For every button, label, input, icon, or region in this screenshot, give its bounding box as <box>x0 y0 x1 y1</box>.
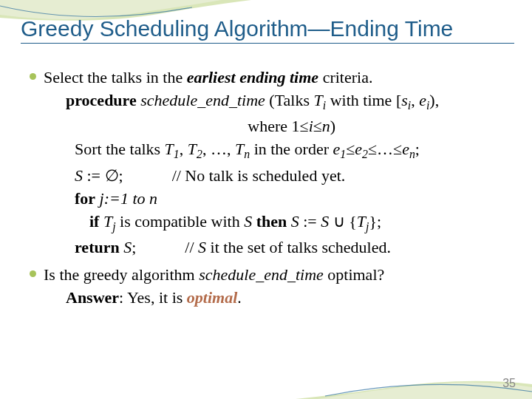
subscript: n <box>244 149 250 161</box>
var: T <box>188 140 197 158</box>
var: S <box>198 238 206 256</box>
text: ≤…≤ <box>368 140 402 158</box>
text: Select the talks in the <box>44 68 187 86</box>
text: ≤ <box>313 117 322 135</box>
var: e <box>355 140 362 158</box>
var: n <box>322 117 330 135</box>
comment: it the set of talks scheduled. <box>206 238 391 256</box>
comment: // <box>185 238 198 256</box>
text: optimal? <box>324 265 384 284</box>
text: with time [ <box>326 91 401 109</box>
text: , <box>180 140 188 158</box>
text: : Yes, it is <box>119 288 187 307</box>
bullet-icon <box>30 73 36 80</box>
keyword: return <box>75 238 120 256</box>
answer-label: Answer <box>66 288 119 307</box>
text: ) <box>330 117 335 135</box>
bullet-item: Select the talks in the earliest ending … <box>30 66 510 259</box>
keyword: for <box>75 189 95 208</box>
keyword: if <box>89 212 99 231</box>
text: ), <box>429 91 439 109</box>
text: ∪ { <box>329 212 357 231</box>
var: S <box>120 238 132 256</box>
text: in the order <box>250 140 332 158</box>
text: }; <box>369 212 381 231</box>
text: j:=1 to <box>95 189 149 208</box>
slide: Greedy Scheduling Algorithm—Ending Time … <box>0 0 532 399</box>
var: e <box>333 140 341 158</box>
subscript: 1 <box>174 149 180 161</box>
var: S <box>291 212 299 231</box>
var: n <box>149 189 157 208</box>
comment: // No talk is scheduled yet. <box>172 166 346 185</box>
var: e <box>402 140 409 158</box>
proc-name: schedule_end_time <box>199 265 324 284</box>
var: S <box>244 212 252 231</box>
text: ≤ <box>346 140 355 158</box>
text: := <box>299 212 321 231</box>
slide-body: Select the talks in the earliest ending … <box>30 66 510 310</box>
subscript: n <box>409 149 415 161</box>
text: where 1≤ <box>248 117 308 135</box>
page-number: 35 <box>502 377 516 390</box>
emphasis: earliest ending time <box>187 68 318 86</box>
text: (Talks <box>265 91 314 109</box>
var: T <box>165 140 174 158</box>
answer-emph: optimal <box>187 288 237 307</box>
text: , <box>411 91 419 109</box>
var: e <box>419 91 426 109</box>
text: ; <box>132 238 136 256</box>
slide-title: Greedy Scheduling Algorithm—Ending Time <box>21 16 514 44</box>
var: S <box>321 212 329 231</box>
var: S <box>75 166 83 185</box>
var: T <box>235 140 244 158</box>
var: T <box>99 212 112 231</box>
text: ; <box>415 140 420 158</box>
var: T <box>314 91 323 109</box>
text: . <box>237 288 242 307</box>
text: , …, <box>202 140 235 158</box>
bullet-item: Is the greedy algorithm schedule_end_tim… <box>30 264 510 310</box>
subscript: 2 <box>197 149 202 161</box>
bullet-icon <box>30 270 36 277</box>
text: Sort the talks <box>75 140 165 158</box>
text: Is the greedy algorithm <box>44 265 199 284</box>
keyword: procedure <box>66 91 137 109</box>
text: criteria. <box>318 68 372 86</box>
bottom-decor <box>296 362 532 399</box>
subscript: 2 <box>362 149 368 161</box>
var: T <box>357 212 366 231</box>
text: is compatible with <box>116 212 245 231</box>
var: s <box>401 91 408 109</box>
keyword: then <box>252 212 291 231</box>
proc-name: schedule_end_time <box>137 91 265 109</box>
text: := ∅; <box>83 166 123 185</box>
